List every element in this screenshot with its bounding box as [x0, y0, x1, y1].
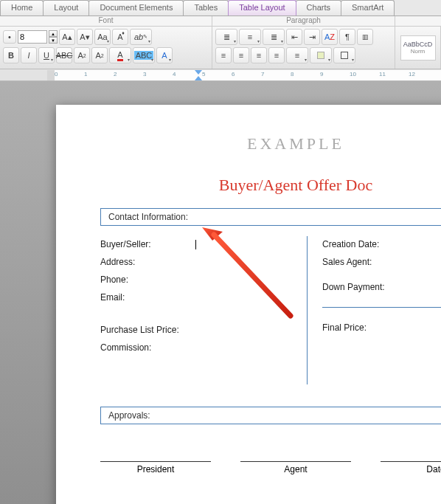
example-watermark: EXAMPLE: [100, 134, 441, 153]
clear-formatting-button[interactable]: A♦: [112, 29, 128, 45]
underline-button[interactable]: U▾: [38, 47, 55, 63]
field-address: Address:: [100, 257, 299, 267]
bullets-button[interactable]: ≣▾: [215, 29, 237, 45]
tab-smartart[interactable]: SmartArt: [341, 0, 395, 15]
justify-button[interactable]: ≡: [268, 47, 285, 63]
ruler-tick: 8: [291, 71, 294, 77]
decrease-indent-button[interactable]: ⇤: [286, 29, 302, 45]
grow-font-button[interactable]: A▴: [59, 29, 75, 45]
field-creation-date: Creation Date:: [322, 239, 441, 249]
show-marks-button[interactable]: ¶: [339, 29, 355, 45]
style-preview-sample: AaBbCcD: [403, 41, 433, 48]
document-area: EXAMPLE Buyer/Agent Offer Doc Contact In…: [0, 81, 441, 504]
divider: [322, 307, 441, 308]
font-menu-button[interactable]: •: [3, 30, 16, 44]
tab-document-elements[interactable]: Document Elements: [88, 0, 184, 15]
bold-button[interactable]: B: [3, 47, 19, 63]
indent-marker[interactable]: [195, 70, 202, 80]
shrink-font-button[interactable]: A▾: [77, 29, 93, 45]
text-cursor: [195, 240, 196, 249]
strikethrough-button[interactable]: ABC: [56, 47, 72, 63]
sig-label-president: President: [137, 464, 175, 474]
ruler-tick: 11: [379, 71, 386, 77]
ruler-tick: 12: [409, 71, 415, 77]
shading-button[interactable]: ▾: [310, 47, 332, 63]
contact-right-column: Creation Date: Sales Agent: Down Payment…: [307, 236, 441, 384]
ribbon-group-paragraph: ≣▾ ≡▾ ≣▾ ⇤ ⇥ AZ ¶ ▥ ≡ ≡ ≡ ≡ ≡▾ ▾ ▾: [212, 27, 395, 69]
subscript-button[interactable]: A2: [74, 47, 90, 63]
ruler-tick: 0: [55, 71, 58, 77]
document-page[interactable]: EXAMPLE Buyer/Agent Offer Doc Contact In…: [56, 105, 441, 504]
field-down-payment: Down Payment:: [322, 282, 441, 292]
borders-button[interactable]: ▾: [333, 47, 355, 63]
ribbon-tabs: Home Layout Document Elements Tables Tab…: [0, 0, 441, 16]
ruler-tick: 1: [84, 71, 87, 77]
field-purchase-list-price: Purchase List Price:: [100, 325, 299, 335]
tab-home[interactable]: Home: [0, 0, 44, 15]
ribbon-group-font: • ▲ ▼ A▴ A▾ Aa▾ A♦ ab✎▾ B I U▾ ABC A2 A2…: [0, 27, 212, 69]
font-size-stepper[interactable]: ▲ ▼: [49, 30, 58, 44]
field-email: Email:: [100, 292, 299, 303]
sig-date: Date: [381, 461, 441, 474]
sig-line: [100, 461, 211, 462]
numbering-button[interactable]: ≡▾: [239, 29, 261, 45]
columns-button[interactable]: ▥: [357, 29, 373, 45]
sig-label-agent: Agent: [284, 464, 307, 474]
ruler-tick: 3: [143, 71, 146, 77]
style-normal[interactable]: AaBbCcD Norm: [400, 35, 436, 61]
ribbon-group-labels: Font Paragraph: [0, 16, 441, 27]
ruler-tick: 2: [114, 71, 117, 77]
horizontal-ruler[interactable]: 0 1 2 3 4 5 6 7 8 9 10 11 12: [47, 70, 441, 80]
ruler-tick: 5: [202, 71, 205, 77]
text-highlight-button[interactable]: ABC▾: [133, 47, 155, 63]
ruler-tick: 4: [173, 71, 176, 77]
ribbon-group-styles: AaBbCcD Norm: [395, 27, 441, 69]
change-case-button[interactable]: Aa▾: [94, 29, 111, 45]
tab-layout[interactable]: Layout: [43, 0, 89, 15]
field-phone: Phone:: [100, 275, 299, 285]
ruler-tick: 10: [350, 71, 356, 77]
document-title: Buyer/Agent Offer Doc: [100, 176, 441, 195]
label-buyer-seller: Buyer/Seller:: [100, 239, 151, 249]
sig-line: [240, 461, 351, 462]
tab-tables[interactable]: Tables: [183, 0, 229, 15]
multilevel-list-button[interactable]: ≣▾: [263, 29, 285, 45]
font-size-input[interactable]: [18, 30, 47, 44]
signature-row: President Agent Date: [100, 461, 441, 474]
ruler-tick: 9: [320, 71, 323, 77]
sig-president: President: [100, 461, 211, 474]
align-center-button[interactable]: ≡: [233, 47, 249, 63]
field-buyer-seller: Buyer/Seller:: [100, 239, 299, 249]
contact-columns: Buyer/Seller: Address: Phone: Email: Pur…: [100, 236, 441, 384]
style-preview-name: Norm: [411, 48, 426, 55]
text-effects-button[interactable]: A▾: [156, 47, 173, 63]
align-left-button[interactable]: ≡: [215, 47, 232, 63]
contact-left-column: Buyer/Seller: Address: Phone: Email: Pur…: [100, 236, 307, 384]
ribbon: • ▲ ▼ A▴ A▾ Aa▾ A♦ ab✎▾ B I U▾ ABC A2 A2…: [0, 27, 441, 69]
line-spacing-button[interactable]: ≡▾: [286, 47, 308, 63]
font-size-up[interactable]: ▲: [49, 30, 58, 37]
contact-info-header: Contact Information:: [100, 208, 441, 226]
group-label-styles: [395, 16, 441, 26]
font-size-down[interactable]: ▼: [49, 37, 58, 44]
field-sales-agent: Sales Agent:: [322, 257, 441, 267]
ruler-tick: 7: [261, 71, 264, 77]
font-color-button[interactable]: A▾: [109, 47, 131, 63]
ruler: 0 1 2 3 4 5 6 7 8 9 10 11 12: [0, 69, 441, 81]
sig-agent: Agent: [240, 461, 351, 474]
group-label-font: Font: [0, 16, 212, 26]
field-commission: Commission:: [100, 342, 299, 353]
approvals-header: Approvals:: [100, 407, 441, 424]
ruler-tick: 6: [232, 71, 235, 77]
align-right-button[interactable]: ≡: [251, 47, 267, 63]
sig-label-date: Date: [426, 464, 441, 474]
tab-charts[interactable]: Charts: [296, 0, 341, 15]
increase-indent-button[interactable]: ⇥: [304, 29, 320, 45]
field-final-price: Final Price:: [322, 322, 441, 333]
sort-button[interactable]: AZ: [322, 29, 338, 45]
highlight-color-button[interactable]: ab✎▾: [130, 29, 152, 45]
superscript-button[interactable]: A2: [91, 47, 108, 63]
group-label-paragraph: Paragraph: [212, 16, 395, 26]
italic-button[interactable]: I: [21, 47, 37, 63]
tab-table-layout[interactable]: Table Layout: [228, 0, 296, 15]
